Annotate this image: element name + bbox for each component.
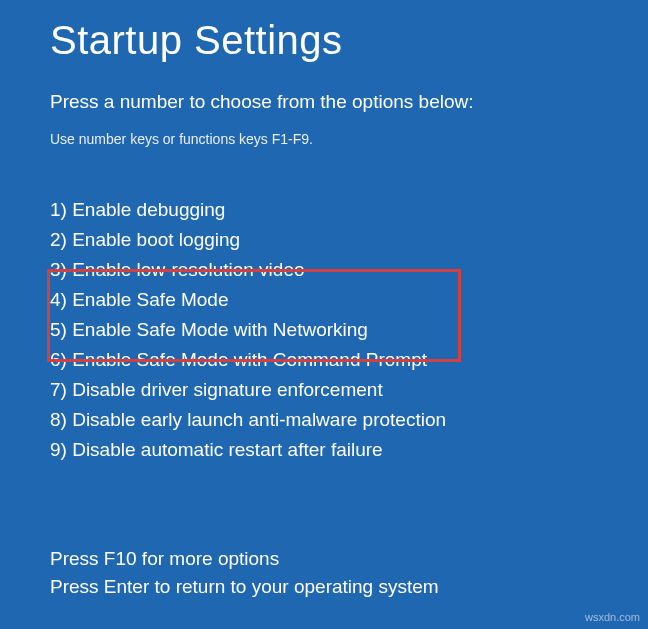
more-options-text: Press F10 for more options — [50, 545, 598, 573]
option-1-debugging[interactable]: 1) Enable debugging — [50, 195, 598, 225]
option-4-safe-mode[interactable]: 4) Enable Safe Mode — [50, 285, 598, 315]
footer-instructions: Press F10 for more options Press Enter t… — [50, 545, 598, 601]
option-8-disable-anti-malware[interactable]: 8) Disable early launch anti-malware pro… — [50, 405, 598, 435]
instruction-text: Press a number to choose from the option… — [50, 91, 598, 113]
page-title: Startup Settings — [50, 18, 598, 63]
option-3-low-resolution[interactable]: 3) Enable low-resolution video — [50, 255, 598, 285]
option-2-boot-logging[interactable]: 2) Enable boot logging — [50, 225, 598, 255]
watermark-text: wsxdn.com — [585, 611, 640, 623]
option-5-safe-mode-networking[interactable]: 5) Enable Safe Mode with Networking — [50, 315, 598, 345]
hint-text: Use number keys or functions keys F1-F9. — [50, 131, 598, 147]
option-9-disable-auto-restart[interactable]: 9) Disable automatic restart after failu… — [50, 435, 598, 465]
return-text: Press Enter to return to your operating … — [50, 573, 598, 601]
option-7-disable-driver-signature[interactable]: 7) Disable driver signature enforcement — [50, 375, 598, 405]
option-6-safe-mode-command-prompt[interactable]: 6) Enable Safe Mode with Command Prompt — [50, 345, 598, 375]
options-list: 1) Enable debugging 2) Enable boot loggi… — [50, 195, 598, 465]
